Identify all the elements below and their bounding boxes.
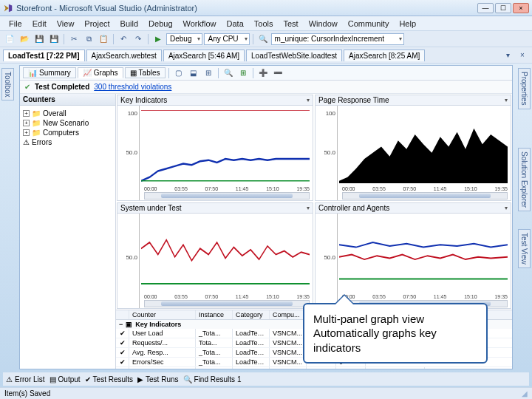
copy-icon[interactable]: ⧉ <box>82 33 95 46</box>
group-icon: ▣ <box>126 321 132 328</box>
menu-workflow[interactable]: Workflow <box>179 18 221 30</box>
menu-tools[interactable]: Tools <box>250 18 278 30</box>
resize-grip-icon[interactable]: ◢ <box>522 389 528 398</box>
tab-close-icon[interactable]: × <box>516 49 529 62</box>
graph-key-indicators[interactable]: Key Indicators▾ 10050.0 00:0003:5507:501… <box>117 95 313 201</box>
graph-title: System under Test <box>120 204 182 212</box>
undo-icon[interactable]: ↶ <box>117 33 130 46</box>
menu-debug[interactable]: Debug <box>144 18 177 30</box>
menubar: File Edit View Project Build Debug Workf… <box>0 16 532 31</box>
tab-loadtestwebsite[interactable]: LoadTestWebSite.loadtest <box>246 50 342 61</box>
chevron-down-icon[interactable]: ▾ <box>505 205 508 211</box>
remove-graph-icon[interactable]: ➖ <box>271 66 284 80</box>
test-status-label: Test Completed <box>35 83 89 91</box>
save-icon[interactable]: 💾 <box>33 33 46 46</box>
chevron-down-icon[interactable]: ▾ <box>505 97 508 103</box>
maximize-button[interactable]: ☐ <box>495 3 511 13</box>
layout-2-icon[interactable]: ⬓ <box>187 66 200 80</box>
tab-loadtest1[interactable]: LoadTest1 [7:22 PM] <box>3 50 85 61</box>
export-excel-icon[interactable]: ⊞ <box>236 66 250 80</box>
svg-marker-1 <box>9 4 12 12</box>
tree-node-computers[interactable]: +📁Computers <box>23 128 112 137</box>
sidebar-test-view[interactable]: Test View <box>518 229 531 268</box>
paste-icon[interactable]: 📋 <box>97 33 110 46</box>
menu-file[interactable]: File <box>4 18 27 30</box>
menu-build[interactable]: Build <box>116 18 143 30</box>
tree-node-overall[interactable]: +📁Overall <box>23 109 112 118</box>
counters-tree[interactable]: +📁Overall +📁New Scenario +📁Computers ⚠Er… <box>20 106 115 369</box>
new-project-icon[interactable]: 📄 <box>3 33 16 46</box>
menu-help[interactable]: Help <box>395 18 420 30</box>
annotation-callout: Multi-panel graph view Automatically gra… <box>303 303 488 364</box>
platform-combo[interactable]: Any CPU <box>204 33 249 45</box>
runs-icon: ▶ <box>137 375 143 383</box>
tab-dropdown-icon[interactable]: ▾ <box>501 49 514 62</box>
menu-community[interactable]: Community <box>344 18 394 30</box>
add-graph-icon[interactable]: ➕ <box>256 66 270 80</box>
close-button[interactable]: × <box>513 3 529 13</box>
results-icon: ✔ <box>85 375 91 383</box>
cut-icon[interactable]: ✂ <box>67 33 81 46</box>
grid-row[interactable]: ✔Threshold..._Tota...LoadTes...VSNCM...1… <box>116 367 512 369</box>
menu-project[interactable]: Project <box>80 18 114 30</box>
sidebar-toolbox[interactable]: Toolbox <box>1 68 14 100</box>
graph-scrollbar[interactable] <box>342 192 508 200</box>
chevron-down-icon[interactable]: ▾ <box>307 97 310 103</box>
chevron-down-icon[interactable]: ▾ <box>307 205 310 211</box>
test-status-row: ✔ Test Completed 300 threshold violation… <box>20 81 512 94</box>
tab-error-list[interactable]: ⚠Error List <box>6 375 45 383</box>
check-icon: ✔ <box>24 83 30 91</box>
minimize-button[interactable]: — <box>477 3 494 13</box>
save-all-icon[interactable]: 💾 <box>47 33 61 46</box>
tab-ajax-webtest[interactable]: AjaxSearch.webtest <box>86 50 162 61</box>
menu-view[interactable]: View <box>52 18 79 30</box>
expander-icon[interactable]: + <box>23 120 30 126</box>
graph-system-under-test[interactable]: System under Test▾ 50.0 00:0003:5507:501… <box>117 202 313 309</box>
threshold-violations-link[interactable]: 300 threshold violations <box>94 83 171 91</box>
folder-icon: 📁 <box>32 129 41 137</box>
graph-page-response[interactable]: Page Response Time▾ 10050.0 00:0003:5507… <box>315 95 511 201</box>
tab-output[interactable]: ▤Output <box>50 375 81 383</box>
start-debug-icon[interactable]: ▶ <box>151 33 165 46</box>
open-icon[interactable]: 📂 <box>18 33 31 46</box>
tab-test-results[interactable]: ✔Test Results <box>85 375 133 383</box>
summary-icon: 📊 <box>28 69 37 77</box>
menu-edit[interactable]: Edit <box>28 18 51 30</box>
viewtab-summary[interactable]: 📊Summary <box>23 67 76 78</box>
graphs-icon: 📈 <box>83 69 92 77</box>
zoom-icon[interactable]: 🔍 <box>222 66 235 80</box>
viewtab-tables[interactable]: ▦Tables <box>125 67 166 78</box>
menu-test[interactable]: Test <box>279 18 302 30</box>
error-icon: ⚠ <box>6 375 13 383</box>
find-icon[interactable]: 🔍 <box>256 33 270 46</box>
view-tabs: 📊Summary 📈Graphs ▦Tables ▢ ⬓ ⊞ 🔍 ⊞ ➕ ➖ <box>20 66 512 81</box>
config-combo[interactable]: Debug <box>166 33 202 45</box>
viewtab-graphs[interactable]: 📈Graphs <box>78 67 123 78</box>
menu-window[interactable]: Window <box>304 18 342 30</box>
collapse-icon[interactable]: − <box>119 321 123 328</box>
layout-4-icon[interactable]: ⊞ <box>202 66 215 80</box>
tab-find-results[interactable]: 🔍Find Results 1 <box>183 375 242 383</box>
tree-node-scenario[interactable]: +📁New Scenario <box>23 118 112 128</box>
graph-scrollbar[interactable] <box>144 192 310 200</box>
graph-scrollbar[interactable] <box>144 300 310 307</box>
statusbar: Item(s) Saved ◢ <box>0 387 532 399</box>
folder-icon: 📁 <box>32 119 41 127</box>
graph-title: Key Indicators <box>120 96 167 104</box>
sidebar-solution-explorer[interactable]: Solution Explorer <box>518 148 531 211</box>
layout-1-icon[interactable]: ▢ <box>172 66 185 80</box>
sidebar-properties[interactable]: Properties <box>518 68 531 109</box>
status-text: Item(s) Saved <box>4 389 50 398</box>
tree-node-errors[interactable]: ⚠Errors <box>23 137 112 147</box>
graph-title: Page Response Time <box>318 96 389 104</box>
tab-test-runs[interactable]: ▶Test Runs <box>137 375 178 383</box>
counters-panel: Counters +📁Overall +📁New Scenario +📁Comp… <box>20 94 116 369</box>
graphs-grid: Key Indicators▾ 10050.0 00:0003:5507:501… <box>116 94 512 310</box>
startup-combo[interactable]: m_unique: CursorIndexIncrement <box>271 33 404 45</box>
expander-icon[interactable]: + <box>23 110 30 117</box>
menu-data[interactable]: Data <box>222 18 248 30</box>
redo-icon[interactable]: ↷ <box>132 33 145 46</box>
expander-icon[interactable]: + <box>23 129 30 136</box>
tab-ajax-825[interactable]: AjaxSearch [8:25 AM] <box>344 50 425 61</box>
tab-ajax-546[interactable]: AjaxSearch [5:46 AM] <box>163 50 245 61</box>
